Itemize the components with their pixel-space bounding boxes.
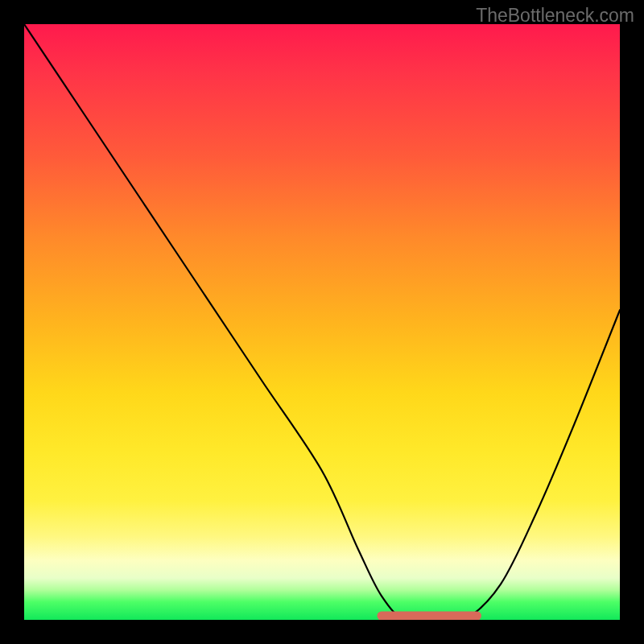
chart-stage: TheBottleneck.com [0,0,644,644]
plot-area [24,24,620,620]
curve-layer [24,24,620,620]
bottleneck-curve [24,24,620,620]
watermark-text: TheBottleneck.com [476,5,634,27]
